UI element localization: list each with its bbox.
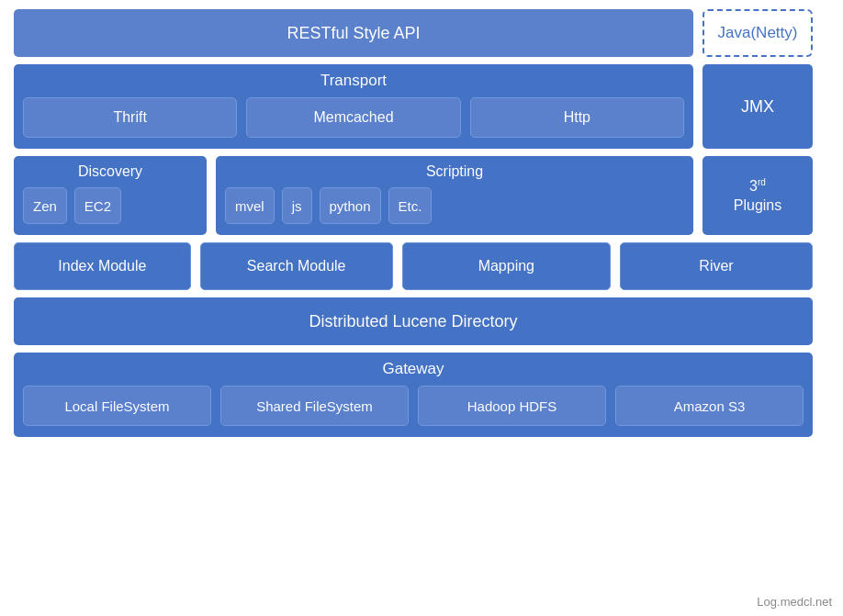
js-box: js (282, 187, 312, 224)
etc-box: Etc. (388, 187, 433, 224)
row-modules: Index Module Search Module Mapping River (14, 242, 813, 290)
plugins-box: 3rdPlugins (702, 156, 813, 235)
hadoop-box: Hadoop HDFS (418, 386, 606, 426)
watermark: Log.medcl.net (757, 595, 832, 609)
jmx-label: JMX (741, 97, 774, 117)
river-box: River (620, 242, 813, 290)
transport-outer: Transport Thrift Memcached Http (14, 64, 693, 149)
gateway-title: Gateway (23, 360, 804, 378)
memcached-box: Memcached (246, 97, 460, 138)
scripting-title: Scripting (225, 163, 684, 180)
scripting-inner: mvel js python Etc. (225, 187, 684, 224)
thrift-label: Thrift (113, 109, 146, 126)
http-box: Http (470, 97, 684, 138)
ec2-box: EC2 (74, 187, 121, 224)
thrift-box: Thrift (23, 97, 237, 138)
memcached-label: Memcached (313, 109, 393, 126)
local-label: Local FileSystem (64, 398, 169, 414)
etc-label: Etc. (399, 198, 422, 214)
row-api: RESTful Style API Java(Netty) (14, 9, 813, 57)
lucene-box: Distributed Lucene Directory (14, 297, 813, 345)
shared-fs-box: Shared FileSystem (220, 386, 409, 426)
zen-label: Zen (33, 198, 57, 214)
river-label: River (699, 258, 733, 274)
transport-inner: Thrift Memcached Http (23, 97, 684, 138)
search-module-box: Search Module (200, 242, 393, 290)
local-fs-box: Local FileSystem (23, 386, 211, 426)
hadoop-label: Hadoop HDFS (467, 398, 557, 414)
scripting-outer: Scripting mvel js python Etc. (216, 156, 693, 235)
discovery-outer: Discovery Zen EC2 (14, 156, 207, 235)
row-lucene: Distributed Lucene Directory (14, 297, 813, 345)
mapping-label: Mapping (478, 258, 534, 274)
index-module-box: Index Module (14, 242, 191, 290)
search-label: Search Module (247, 258, 346, 274)
diagram-container: RESTful Style API Java(Netty) Transport … (14, 9, 813, 437)
row-transport: Transport Thrift Memcached Http JMX (14, 64, 813, 149)
amazon-box: Amazon S3 (615, 386, 804, 426)
gateway-outer: Gateway Local FileSystem Shared FileSyst… (14, 353, 813, 437)
amazon-label: Amazon S3 (674, 398, 746, 414)
lucene-label: Distributed Lucene Directory (309, 312, 517, 331)
row-gateway: Gateway Local FileSystem Shared FileSyst… (14, 353, 813, 437)
ec2-label: EC2 (84, 198, 111, 214)
row-discovery-scripting: Discovery Zen EC2 Scripting mvel js (14, 156, 813, 235)
http-label: Http (564, 109, 590, 126)
python-label: python (330, 198, 371, 214)
js-label: js (292, 198, 302, 214)
plugins-label: 3rdPlugins (734, 176, 781, 216)
mapping-box: Mapping (402, 242, 611, 290)
mvel-box: mvel (225, 187, 275, 224)
python-box: python (320, 187, 381, 224)
jmx-box: JMX (702, 64, 813, 149)
mvel-label: mvel (235, 198, 264, 214)
java-box: Java(Netty) (702, 9, 813, 57)
gateway-inner: Local FileSystem Shared FileSystem Hadoo… (23, 386, 804, 426)
discovery-inner: Zen EC2 (23, 187, 197, 224)
shared-label: Shared FileSystem (256, 398, 373, 414)
zen-box: Zen (23, 187, 67, 224)
transport-title: Transport (23, 72, 684, 90)
index-label: Index Module (58, 258, 146, 274)
api-box: RESTful Style API (14, 9, 693, 57)
discovery-title: Discovery (23, 163, 197, 180)
api-label: RESTful Style API (287, 24, 420, 43)
java-label: Java(Netty) (718, 24, 798, 42)
